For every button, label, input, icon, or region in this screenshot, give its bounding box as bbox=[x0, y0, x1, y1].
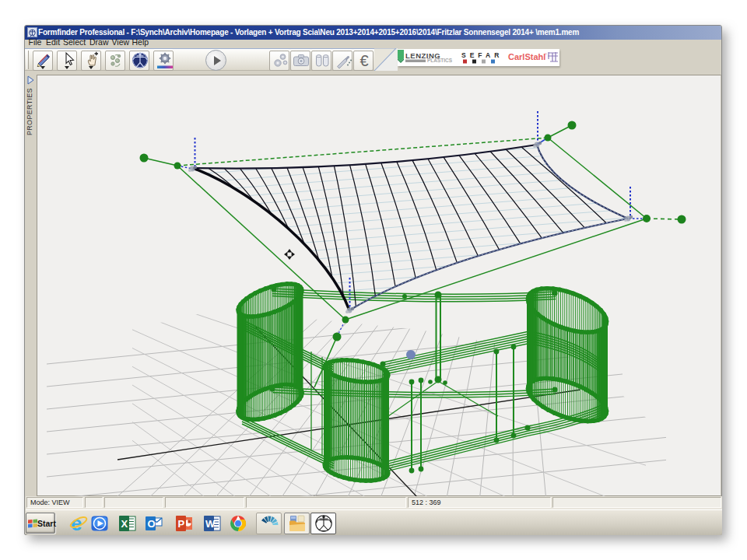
svg-text:®: ® bbox=[545, 52, 547, 56]
svg-text:P: P bbox=[178, 518, 185, 530]
svg-text:O: O bbox=[148, 518, 156, 530]
svg-text:SEFAR: SEFAR bbox=[461, 51, 503, 59]
svg-text:X: X bbox=[121, 518, 128, 530]
svg-text:CarlStahl: CarlStahl bbox=[508, 52, 545, 61]
svg-text:W: W bbox=[205, 518, 216, 530]
svg-text:PLASTICS: PLASTICS bbox=[427, 58, 453, 63]
